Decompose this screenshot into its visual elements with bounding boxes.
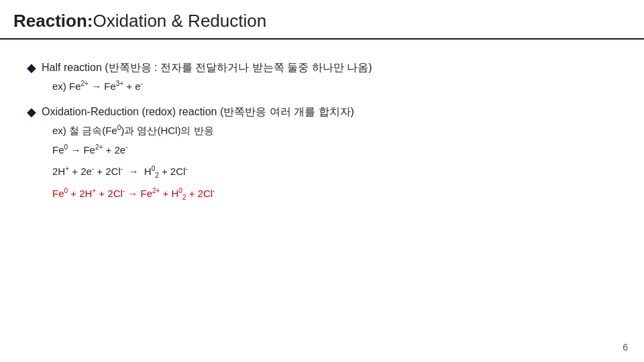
equation-1: Fe0 → Fe2+ + 2e- — [52, 141, 617, 159]
bullet-section-1: ◆ Half reaction (반쪽반응 : 전자를 전달하거나 받는쪽 둘중… — [27, 60, 617, 92]
diamond-icon-1: ◆ — [27, 60, 36, 75]
header-reaction: Reaction — [13, 11, 87, 32]
equation-3-combined: Fe0 + 2H+ + 2Cl- → Fe2+ + H02 + 2Cl- — [52, 185, 617, 203]
equation-3-red-text: Fe0 + 2H+ + 2Cl- → Fe2+ + H02 + 2Cl- — [52, 188, 215, 199]
bullet-line-1: ◆ Half reaction (반쪽반응 : 전자를 전달하거나 받는쪽 둘중… — [27, 60, 617, 76]
bullet-text-2: Oxidation-Reduction (redox) reaction (반쪽… — [42, 104, 354, 120]
main-content: ◆ Half reaction (반쪽반응 : 전자를 전달하거나 받는쪽 둘중… — [0, 40, 644, 229]
page-number: 6 — [623, 342, 628, 353]
page-header: Reaction : Oxidation & Reduction — [0, 0, 644, 40]
example-1-line: ex) Fe2+ → Fe3+ + e- — [52, 80, 617, 92]
bullet-section-2: ◆ Oxidation-Reduction (redox) reaction (… — [27, 104, 617, 203]
equation-2: 2H+ + 2e- + 2Cl- → H02 + 2Cl- — [52, 163, 617, 181]
header-subtitle: Oxidation & Reduction — [93, 11, 266, 32]
header-separator: : — [87, 11, 93, 32]
diamond-icon-2: ◆ — [27, 105, 36, 119]
bullet-line-2: ◆ Oxidation-Reduction (redox) reaction (… — [27, 104, 617, 120]
bullet-text-1: Half reaction (반쪽반응 : 전자를 전달하거나 받는쪽 둘중 하… — [42, 60, 372, 76]
example-2-label: ex) 철 금속(Fe0)과 염산(HCl)의 반응 — [52, 124, 617, 137]
